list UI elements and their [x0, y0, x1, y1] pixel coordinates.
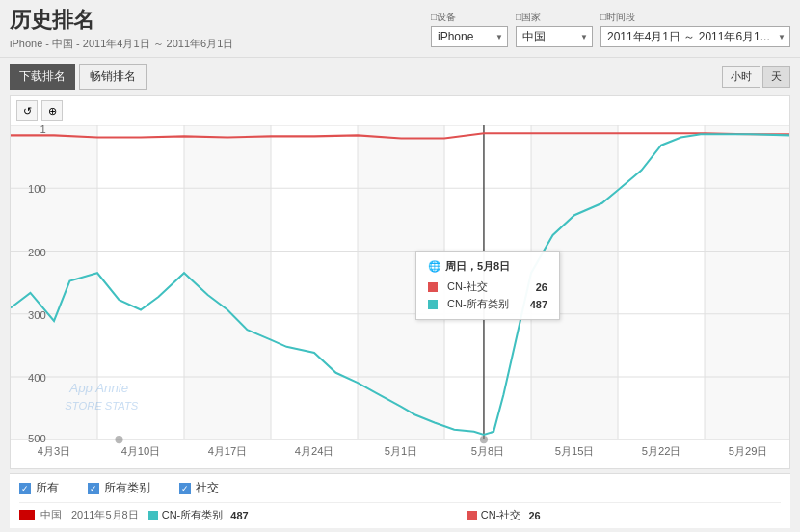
header-bar: 历史排名 iPhone - 中国 - 2011年4月1日 ～ 2011年6月1日… — [0, 0, 800, 58]
device-select[interactable]: iPhone — [431, 26, 508, 47]
data-country: 中国 — [40, 508, 62, 522]
legend-row: ✓ 所有 ✓ 所有类别 ✓ 社交 — [19, 480, 781, 496]
page-title: 历史排名 — [10, 6, 233, 35]
svg-rect-7 — [531, 125, 618, 439]
svg-point-40 — [115, 436, 122, 443]
chart-tools: ↺ ⊕ — [11, 96, 789, 125]
legend-check-all: ✓ — [19, 483, 31, 494]
toolbar-left: 下载排名 畅销排名 — [10, 64, 147, 90]
data-color-2 — [467, 511, 477, 520]
topselling-button[interactable]: 畅销排名 — [79, 64, 147, 90]
legend-check-social: ✓ — [179, 483, 191, 494]
svg-text:300: 300 — [28, 309, 46, 321]
svg-rect-5 — [358, 125, 444, 439]
svg-text:App Annie: App Annie — [68, 381, 128, 395]
legend-check-allcat: ✓ — [88, 483, 99, 494]
toolbar: 下载排名 畅销排名 小时 天 — [0, 58, 800, 95]
data-val-1: 487 — [230, 510, 248, 521]
hour-button[interactable]: 小时 — [722, 66, 760, 88]
period-control: □时间段 2011年4月1日 ～ 2011年6月1... — [600, 11, 790, 47]
legend-item-social[interactable]: ✓ 社交 — [179, 480, 219, 496]
country-control: □国家 中国 — [516, 11, 593, 47]
period-label: □时间段 — [600, 11, 635, 24]
data-item-2: CN-社交 26 — [467, 508, 781, 522]
svg-point-41 — [480, 436, 488, 443]
svg-text:500: 500 — [28, 433, 46, 444]
country-label: □国家 — [516, 11, 541, 24]
svg-rect-3 — [184, 125, 271, 439]
svg-text:5月22日: 5月22日 — [642, 445, 681, 457]
download-button[interactable]: 下载排名 — [10, 64, 75, 90]
svg-text:5月29日: 5月29日 — [729, 445, 768, 457]
toolbar-right: 小时 天 — [722, 66, 790, 88]
svg-text:5月15日: 5月15日 — [555, 445, 595, 457]
period-select-wrapper: 2011年4月1日 ～ 2011年6月1... — [600, 26, 790, 47]
legend-item-all[interactable]: ✓ 所有 — [19, 480, 59, 496]
footer: ✓ 所有 ✓ 所有类别 ✓ 社交 中国 2011年5月8日 CN-所有类别 4 — [10, 473, 790, 528]
reset-button[interactable]: ↺ — [16, 100, 38, 121]
legend-label-social: 社交 — [196, 480, 219, 496]
svg-rect-6 — [444, 125, 531, 439]
svg-text:4月10日: 4月10日 — [121, 445, 161, 457]
svg-text:5月1日: 5月1日 — [385, 445, 417, 457]
chart-svg: 1 100 200 300 400 500 4月3日 4月10日 4月17日 4… — [11, 125, 789, 465]
svg-text:4月17日: 4月17日 — [208, 445, 248, 457]
svg-text:1: 1 — [40, 125, 46, 135]
zoom-icon: ⊕ — [48, 105, 57, 118]
data-item-1: CN-所有类别 487 — [148, 508, 462, 522]
header-controls: □设备 iPhone □国家 中国 □时间段 — [431, 11, 790, 47]
data-date: 2011年5月8日 — [71, 508, 139, 522]
svg-text:4月24日: 4月24日 — [295, 445, 334, 457]
header-left: 历史排名 iPhone - 中国 - 2011年4月1日 ～ 2011年6月1日 — [10, 6, 233, 51]
page: 历史排名 iPhone - 中国 - 2011年4月1日 ～ 2011年6月1日… — [0, 0, 800, 532]
legend-label-all: 所有 — [36, 480, 59, 496]
zoom-button[interactable]: ⊕ — [41, 100, 63, 121]
device-label: □设备 — [431, 11, 456, 24]
device-select-wrapper: iPhone — [431, 26, 508, 47]
chart-container: ↺ ⊕ — [10, 95, 790, 469]
data-color-1 — [148, 511, 158, 520]
svg-rect-8 — [618, 125, 705, 439]
svg-text:200: 200 — [28, 247, 46, 258]
page-subtitle: iPhone - 中国 - 2011年4月1日 ～ 2011年6月1日 — [10, 37, 233, 51]
legend-item-allcat[interactable]: ✓ 所有类别 — [88, 480, 150, 496]
period-select[interactable]: 2011年4月1日 ～ 2011年6月1... — [600, 26, 790, 47]
data-label-2: CN-社交 — [481, 508, 521, 522]
svg-text:4月3日: 4月3日 — [38, 445, 70, 457]
country-select[interactable]: 中国 — [516, 26, 593, 47]
country-select-wrapper: 中国 — [516, 26, 593, 47]
svg-rect-9 — [705, 125, 789, 439]
day-button[interactable]: 天 — [762, 66, 790, 88]
legend-label-allcat: 所有类别 — [104, 480, 150, 496]
svg-text:100: 100 — [28, 183, 46, 195]
svg-text:STORE STATS: STORE STATS — [65, 400, 139, 412]
reset-icon: ↺ — [23, 105, 32, 118]
data-row: 中国 2011年5月8日 CN-所有类别 487 CN-社交 26 — [19, 502, 781, 522]
svg-text:400: 400 — [28, 372, 46, 384]
device-control: □设备 iPhone — [431, 11, 508, 47]
chart-inner: 1 100 200 300 400 500 4月3日 4月10日 4月17日 4… — [11, 125, 789, 465]
data-val-2: 26 — [528, 510, 540, 521]
data-label-1: CN-所有类别 — [162, 508, 224, 522]
svg-text:5月8日: 5月8日 — [471, 445, 504, 457]
data-flag — [19, 510, 35, 520]
svg-rect-4 — [271, 125, 358, 439]
